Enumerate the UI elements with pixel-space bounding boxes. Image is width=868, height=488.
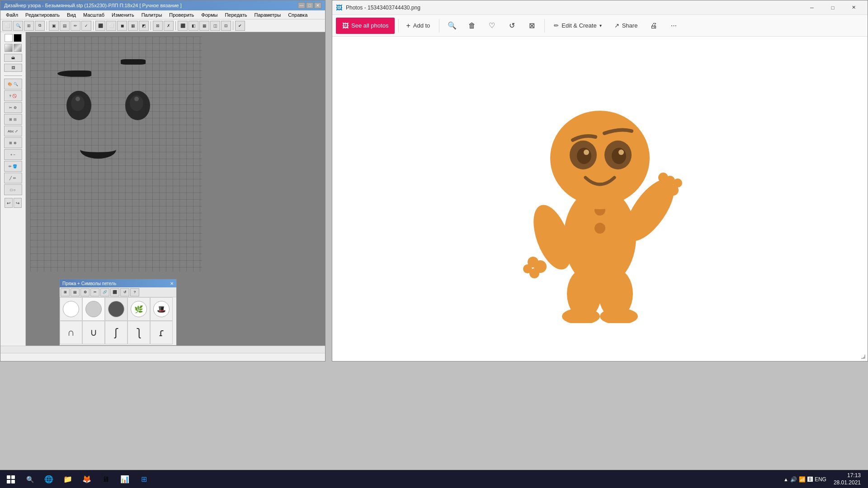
start-button[interactable] xyxy=(0,470,22,488)
toolbar-btn-3[interactable]: ⊞ xyxy=(24,21,34,31)
toolbar-btn-6[interactable]: ▤ xyxy=(60,21,70,31)
taskbar-explorer-icon[interactable]: 📁 xyxy=(59,470,77,488)
photos-minimize[interactable]: ─ xyxy=(802,0,822,15)
left-tool-color1[interactable] xyxy=(5,34,13,42)
taskbar-clock[interactable]: 17:13 28.01.2021 xyxy=(830,470,864,488)
left-tool-img2[interactable]: 🖼 xyxy=(4,64,22,72)
taskbar-app2-icon[interactable]: 📊 xyxy=(116,470,134,488)
menu-edit[interactable]: Редактировать xyxy=(22,10,63,19)
swatch-symbol2[interactable]: 🎩 xyxy=(150,297,173,321)
yarn-tool-3[interactable]: ⚙ xyxy=(80,288,90,296)
left-tool-img1[interactable]: 🏔 xyxy=(4,54,22,62)
yarn-tool-8[interactable]: ? xyxy=(130,288,139,296)
yarn-tool-4[interactable]: ✂ xyxy=(90,288,99,296)
stitch-2[interactable]: ∪ xyxy=(82,321,105,344)
maximize-button[interactable]: □ xyxy=(306,2,313,9)
stitch-5[interactable]: ɾ xyxy=(150,321,173,344)
horizontal-scrollbar[interactable] xyxy=(0,346,325,353)
resize-handle[interactable] xyxy=(859,352,866,359)
pixel-canvas[interactable] xyxy=(30,37,202,272)
menu-params[interactable]: Параметры xyxy=(250,10,284,19)
delete-button[interactable]: 🗑 xyxy=(463,17,481,35)
tray-wifi-icon[interactable]: 📶 xyxy=(799,476,806,483)
left-tool-grad[interactable] xyxy=(5,44,13,52)
swatch-white[interactable] xyxy=(60,297,82,321)
toolbar-btn-checkmark[interactable]: ✔ xyxy=(235,21,245,31)
close-button[interactable]: ✕ xyxy=(314,2,321,9)
toolbar-btn-20[interactable]: ⊟ xyxy=(221,21,231,31)
left-tool-palette[interactable]: 🎨 🔍 xyxy=(4,79,22,89)
tray-network-icon[interactable]: ▲ xyxy=(783,477,788,482)
tray-language[interactable]: ENG xyxy=(815,476,826,483)
toolbar-btn-5[interactable]: ▣ xyxy=(49,21,59,31)
toolbar-btn-14[interactable]: ⊠ xyxy=(153,21,163,31)
menu-transfer[interactable]: Передать xyxy=(221,10,250,19)
rotate-button[interactable]: ↺ xyxy=(503,17,521,35)
left-tool-rect[interactable]: □ ○ xyxy=(4,184,22,195)
menu-file[interactable]: Файл xyxy=(2,10,22,19)
yarn-tool-6[interactable]: ⬛ xyxy=(110,288,119,296)
see-all-button[interactable]: 🖼 See all photos xyxy=(336,18,395,34)
redo-button[interactable]: ↪ xyxy=(14,198,22,208)
yarn-panel-close[interactable]: ✕ xyxy=(170,281,174,286)
toolbar-btn-17[interactable]: ◧ xyxy=(189,21,198,31)
taskbar-search-button[interactable]: 🔍 xyxy=(22,470,38,488)
left-tool-line[interactable]: ╱ ✏ xyxy=(4,173,22,183)
menu-shapes[interactable]: Формы xyxy=(198,10,221,19)
toolbar-btn-18[interactable]: ▦ xyxy=(199,21,209,31)
tray-bluetooth-icon[interactable]: 🅱 xyxy=(807,476,813,483)
toolbar-btn-16[interactable]: ⬛ xyxy=(178,21,188,31)
zoom-button[interactable]: 🔍 xyxy=(443,17,461,35)
toolbar-btn-13[interactable]: ◩ xyxy=(139,21,149,31)
photos-close[interactable]: ✕ xyxy=(843,0,864,15)
left-tool-fill2[interactable]: ⊞ ⊗ xyxy=(4,137,22,148)
toolbar-btn-1[interactable]: ⬜ xyxy=(2,21,12,31)
photos-maximize[interactable]: □ xyxy=(822,0,843,15)
toolbar-btn-8[interactable]: ✓ xyxy=(81,21,91,31)
yarn-tool-2[interactable]: ▤ xyxy=(71,288,80,296)
left-tool-color2[interactable] xyxy=(14,34,22,42)
menu-modify[interactable]: Изменить xyxy=(108,10,138,19)
left-tool-cut[interactable]: ✂ ⚙ xyxy=(4,102,22,113)
yarn-tool-1[interactable]: ⊞ xyxy=(61,288,70,296)
left-tool-fill[interactable]: ? 🚫 xyxy=(4,90,22,101)
stitch-1[interactable]: ∩ xyxy=(60,321,82,344)
menu-help[interactable]: Справка xyxy=(284,10,311,19)
taskbar-browser-icon[interactable]: 🌐 xyxy=(40,470,58,488)
more-button[interactable]: ··· xyxy=(665,17,683,35)
canvas-area[interactable]: Пряжа + Символы петель ✕ ⊞ ▤ ⚙ ✂ 🔗 ⬛ ↺ ? xyxy=(26,32,325,346)
taskbar-app3-icon[interactable]: ⊞ xyxy=(135,470,153,488)
print-button[interactable]: 🖨 xyxy=(645,17,663,35)
left-tool-grid[interactable]: ⊞ ⊟ xyxy=(4,114,22,125)
swatch-dgray[interactable] xyxy=(105,297,127,321)
swatch-symbol1[interactable]: 🌿 xyxy=(127,297,150,321)
left-tool-grad2[interactable] xyxy=(14,44,22,52)
menu-check[interactable]: Проверить xyxy=(165,10,198,19)
left-tool-plus[interactable]: + − xyxy=(4,149,22,160)
menu-scale[interactable]: Масштаб xyxy=(80,10,108,19)
menu-palette[interactable]: Палитры xyxy=(138,10,166,19)
toolbar-btn-7[interactable]: ✏ xyxy=(71,21,80,31)
crop-button[interactable]: ⊠ xyxy=(523,17,541,35)
undo-button[interactable]: ↩ xyxy=(5,198,13,208)
favorite-button[interactable]: ♡ xyxy=(483,17,501,35)
add-to-button[interactable]: + Add to xyxy=(402,17,435,35)
taskbar-firefox-icon[interactable]: 🦊 xyxy=(78,470,96,488)
yarn-tool-5[interactable]: 🔗 xyxy=(100,288,109,296)
toolbar-btn-15[interactable]: ✗ xyxy=(164,21,174,31)
tray-volume-icon[interactable]: 🔊 xyxy=(790,476,797,483)
toolbar-btn-9[interactable]: ⬛ xyxy=(95,21,105,31)
toolbar-btn-10[interactable]: ⬜ xyxy=(106,21,116,31)
yarn-tool-7[interactable]: ↺ xyxy=(120,288,129,296)
toolbar-btn-11[interactable]: ◼ xyxy=(117,21,127,31)
toolbar-btn-12[interactable]: ▦ xyxy=(128,21,138,31)
toolbar-btn-2[interactable]: 🔍 xyxy=(13,21,23,31)
toolbar-btn-4[interactable]: ⧉ xyxy=(35,21,45,31)
left-tool-pen[interactable]: ✏ 🪣 xyxy=(4,161,22,172)
stitch-4[interactable]: ʃ xyxy=(127,321,150,344)
share-button[interactable]: ↗ Share xyxy=(609,17,643,35)
menu-view[interactable]: Вид xyxy=(63,10,80,19)
toolbar-btn-19[interactable]: ◫ xyxy=(210,21,220,31)
swatch-lgray[interactable] xyxy=(82,297,105,321)
left-tool-text[interactable]: Abc ⤢ xyxy=(4,126,22,136)
